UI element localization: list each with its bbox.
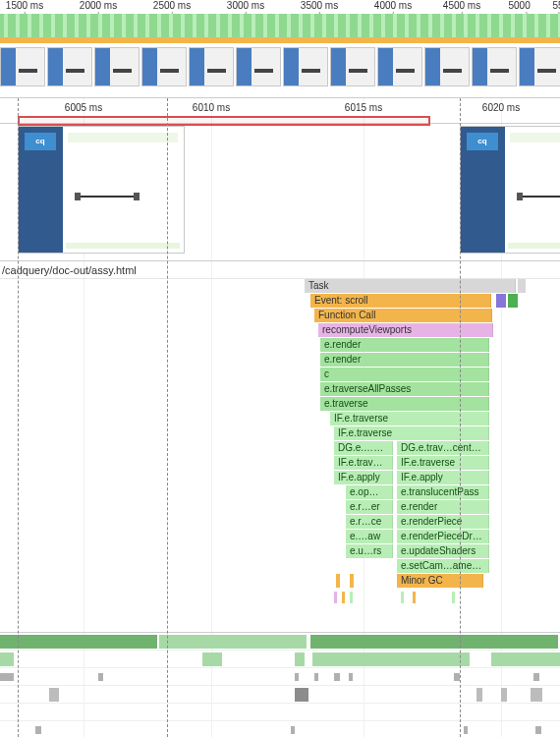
summary-strip[interactable] <box>0 721 560 737</box>
screenshot-header <box>68 133 178 142</box>
flame-entry[interactable]: Task <box>305 279 516 293</box>
summary-segment <box>454 673 460 681</box>
screenshot-sidebar: cq <box>19 127 63 253</box>
filmstrip-thumb[interactable] <box>141 47 187 86</box>
flame-entry[interactable]: e.render <box>320 353 489 367</box>
filmstrip-thumb[interactable] <box>519 47 560 86</box>
filmstrip-thumb[interactable] <box>472 47 517 86</box>
flame-entry[interactable]: IF.e.apply <box>397 471 489 484</box>
flame-entry[interactable]: IF.e.traverse <box>334 426 489 440</box>
flame-entry[interactable]: recomputeViewports <box>318 323 493 337</box>
flame-tail-tick <box>452 592 455 603</box>
summary-segment <box>291 726 295 734</box>
summary-strip[interactable] <box>0 686 560 704</box>
summary-segment <box>314 673 318 681</box>
filmstrip-thumb[interactable] <box>0 47 45 86</box>
summary-segment <box>464 726 468 734</box>
flame-tail-tick <box>334 592 337 603</box>
summary-segment <box>491 652 560 666</box>
flame-entry[interactable]: e.op…ass <box>346 485 393 499</box>
summary-segment <box>501 688 507 702</box>
flame-entry[interactable]: e.…aw <box>346 530 393 543</box>
zoom-ruler[interactable]: 6005 ms6010 ms6015 ms6020 ms <box>0 98 560 124</box>
flame-mark[interactable] <box>508 294 518 308</box>
summary-segment <box>310 635 558 649</box>
flame-entry[interactable]: e.updateShaders <box>397 544 489 558</box>
flame-entry[interactable]: IF.e.traverse <box>397 456 489 470</box>
flame-entry[interactable]: e.traverse <box>320 397 489 411</box>
flame-entry[interactable]: IF.e.apply <box>334 471 393 484</box>
summary-segment <box>35 726 41 734</box>
flame-tail-tick <box>342 592 345 603</box>
summary-segment <box>295 652 305 666</box>
url-row: /cadquery/doc-out/assy.html <box>0 261 560 279</box>
flame-entry[interactable]: e.traverseAllPasses <box>320 382 489 396</box>
summary-segment <box>531 688 542 702</box>
summary-segment <box>0 652 14 666</box>
overview-cpu-scripting <box>0 37 560 43</box>
filmstrip-thumb[interactable] <box>189 47 234 86</box>
flame-entry[interactable]: Event: scroll <box>310 294 491 308</box>
flame-tail-tick <box>413 592 416 603</box>
summary-strip[interactable] <box>0 704 560 721</box>
flame-entry[interactable]: e.r…ce <box>346 515 393 529</box>
summary-lanes[interactable] <box>0 633 560 737</box>
overview-tick: 3000 ms <box>227 0 264 11</box>
summary-segment <box>0 673 14 681</box>
flame-entry[interactable]: e.renderPiece <box>397 515 489 529</box>
flame-entry[interactable]: e.translucentPass <box>397 485 489 499</box>
overview-tick: 1500 ms <box>6 0 43 11</box>
summary-segment <box>533 673 539 681</box>
filmstrip-thumb[interactable] <box>330 47 375 86</box>
overview-tick: 4500 ms <box>443 0 480 11</box>
flame-entry[interactable]: e.renderPieceDraw <box>397 530 489 543</box>
screenshot-footer <box>508 243 560 249</box>
filmstrip-thumb[interactable] <box>377 47 422 86</box>
flame-entry[interactable]: Minor GC <box>397 574 483 588</box>
screenshot-logo: cq <box>467 133 498 150</box>
flame-entry[interactable]: e.render <box>320 338 489 352</box>
flame-mark[interactable] <box>496 294 506 308</box>
zoom-tick: 6020 ms <box>482 102 520 113</box>
flame-entry[interactable]: e.u…rs <box>346 544 393 558</box>
flame-entry[interactable]: e.render <box>397 500 489 514</box>
flame-mark[interactable] <box>518 279 526 293</box>
overview-tick: 55 <box>552 0 560 11</box>
flame-entry[interactable]: e.r…er <box>346 500 393 514</box>
flame-mark[interactable] <box>336 574 340 588</box>
filmstrip-thumb[interactable] <box>47 47 92 86</box>
filmstrip-thumb[interactable] <box>283 47 328 86</box>
filmstrip-thumb[interactable] <box>424 47 470 86</box>
summary-strip[interactable] <box>0 668 560 686</box>
overview-timeline[interactable]: 1500 ms2000 ms2500 ms3000 ms3500 ms4000 … <box>0 0 560 98</box>
summary-segment <box>349 673 353 681</box>
filmstrip-thumb[interactable] <box>236 47 281 86</box>
summary-segment <box>98 673 103 681</box>
flame-mark[interactable] <box>350 574 354 588</box>
summary-segment <box>476 688 482 702</box>
overview-tick: 2500 ms <box>153 0 191 11</box>
flame-entry[interactable]: DG.e.…ePass <box>334 441 393 455</box>
flame-entry[interactable]: IF.e.traverse <box>334 456 393 470</box>
zoom-tick: 6010 ms <box>193 102 230 113</box>
screenshot-sidebar: cq <box>461 127 505 253</box>
overview-filmstrip <box>0 47 560 90</box>
flame-entry[interactable]: DG.e.trav…centPass <box>397 441 489 455</box>
flame-entry[interactable]: IF.e.traverse <box>330 412 489 425</box>
flame-entry[interactable]: e.setCam…ameters <box>397 559 489 573</box>
flame-chart[interactable]: TaskEvent: scrollFunction CallrecomputeV… <box>0 279 560 633</box>
flame-entry[interactable]: Function Call <box>314 309 492 322</box>
overview-tick: 2000 ms <box>80 0 117 11</box>
filmstrip-thumb[interactable] <box>94 47 140 86</box>
frame-screenshot[interactable]: cq <box>18 126 185 254</box>
summary-strip[interactable] <box>0 633 560 651</box>
zoom-tick: 6005 ms <box>65 102 102 113</box>
overview-tick: 4000 ms <box>374 0 412 11</box>
summary-strip[interactable] <box>0 651 560 668</box>
screenshot-3d-view <box>520 196 560 198</box>
frame-screenshot[interactable]: cq <box>460 126 560 254</box>
flame-entry[interactable]: c <box>320 368 489 381</box>
screenshot-logo: cq <box>25 133 56 150</box>
overview-cpu-chart <box>0 14 560 43</box>
summary-segment <box>535 726 541 734</box>
